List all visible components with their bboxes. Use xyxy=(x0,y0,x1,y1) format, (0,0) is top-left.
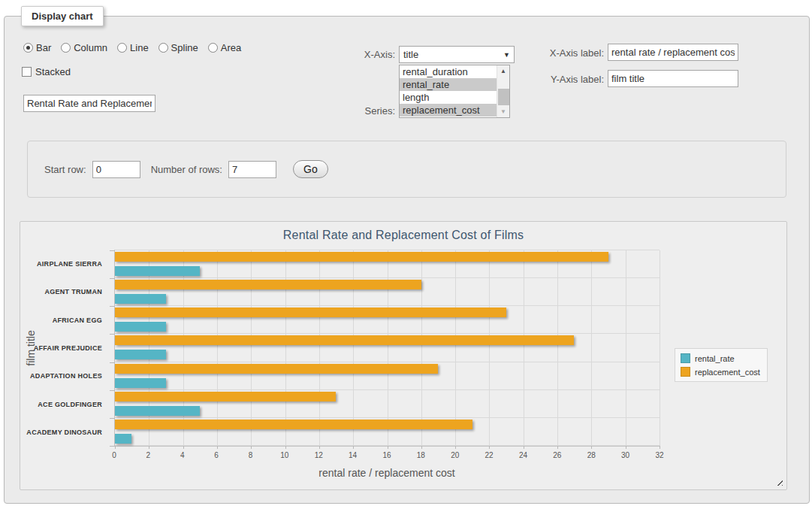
y-tick-mark xyxy=(110,446,115,447)
radio-circle-icon xyxy=(117,43,127,53)
plot-area xyxy=(114,250,660,447)
y-tick-mark xyxy=(110,362,115,363)
stacked-label: Stacked xyxy=(35,66,71,77)
x-tick-label: 2 xyxy=(146,451,151,459)
radio-area[interactable]: Area xyxy=(208,42,241,53)
category-label: ACADEMY DINOSAUR xyxy=(20,419,109,447)
y-axis-label-label: Y-Axis label: xyxy=(478,74,604,85)
scrollbar-thumb[interactable] xyxy=(498,89,509,105)
x-tick-label: 18 xyxy=(417,451,425,459)
x-tick-mark xyxy=(626,446,626,449)
category-row xyxy=(115,362,660,390)
x-tick-label: 26 xyxy=(553,451,561,459)
radio-column[interactable]: Column xyxy=(61,42,107,53)
x-tick-mark xyxy=(149,446,149,449)
y-axis-label-input[interactable] xyxy=(608,70,738,87)
x-tick-label: 6 xyxy=(214,451,219,459)
category-label: ADAPTATION HOLES xyxy=(20,362,109,390)
x-tick-mark xyxy=(421,446,422,449)
x-axis-selected-value: title xyxy=(403,49,418,60)
series-option-length[interactable]: length xyxy=(400,91,497,104)
x-tick-label: 4 xyxy=(180,451,185,459)
x-axis-title: rental rate / replacement cost xyxy=(114,467,660,479)
bar-rental_rate[interactable] xyxy=(115,266,200,276)
bar-rental_rate[interactable] xyxy=(115,406,200,416)
bar-rental_rate[interactable] xyxy=(115,434,131,444)
chart-legend: rental_ratereplacement_cost xyxy=(675,348,768,382)
x-tick-mark xyxy=(455,446,456,449)
x-axis-select-label: X-Axis: xyxy=(282,49,395,60)
y-tick-mark xyxy=(110,306,115,307)
display-chart-panel: Display chart BarColumnLineSplineArea St… xyxy=(4,16,810,504)
series-list-label: Series: xyxy=(282,105,395,117)
x-tick-label: 0 xyxy=(112,451,116,459)
stacked-checkbox[interactable] xyxy=(22,67,32,77)
x-tick-mark xyxy=(319,446,320,449)
bar-rental_rate[interactable] xyxy=(115,350,166,359)
bar-rental_rate[interactable] xyxy=(115,378,166,388)
bar-replacement_cost[interactable] xyxy=(115,364,438,374)
y-tick-mark xyxy=(110,250,115,251)
y-tick-mark xyxy=(110,334,115,335)
y-tick-mark xyxy=(110,418,115,419)
x-tick-label: 30 xyxy=(621,451,629,459)
stacked-option[interactable]: Stacked xyxy=(22,66,71,77)
x-tick-mark xyxy=(388,446,388,449)
x-tick-label: 16 xyxy=(382,451,391,459)
bar-replacement_cost[interactable] xyxy=(115,308,506,317)
radio-circle-icon xyxy=(158,43,168,53)
series-option-replacement_cost[interactable]: replacement_cost xyxy=(400,104,497,117)
category-row xyxy=(115,250,660,278)
legend-item-replacement_cost[interactable]: replacement_cost xyxy=(681,367,760,377)
x-tick-mark xyxy=(591,446,592,449)
bar-replacement_cost[interactable] xyxy=(115,335,574,345)
x-tick-label: 14 xyxy=(349,451,357,459)
go-button[interactable]: Go xyxy=(293,160,328,178)
category-label: AFFAIR PREJUDICE xyxy=(20,334,109,362)
start-row-input[interactable] xyxy=(92,161,140,178)
x-tick-label: 8 xyxy=(249,451,253,459)
x-axis-label-input[interactable] xyxy=(608,44,738,61)
bar-replacement_cost[interactable] xyxy=(115,252,608,262)
radio-bar[interactable]: Bar xyxy=(23,42,51,53)
chart-title: Rental Rate and Replacement Cost of Film… xyxy=(20,229,786,242)
x-tick-label: 32 xyxy=(655,451,663,459)
category-row xyxy=(115,334,660,362)
radio-line[interactable]: Line xyxy=(117,42,149,53)
legend-item-rental_rate[interactable]: rental_rate xyxy=(681,353,760,363)
scroll-down-icon[interactable]: ▼ xyxy=(497,106,509,117)
bar-replacement_cost[interactable] xyxy=(115,280,421,289)
x-tick-mark xyxy=(285,446,286,449)
chart-type-radios: BarColumnLineSplineArea xyxy=(23,42,241,53)
x-tick-mark xyxy=(183,446,184,449)
bar-rental_rate[interactable] xyxy=(115,294,166,304)
radio-circle-icon xyxy=(23,43,33,53)
x-tick-mark xyxy=(251,446,252,449)
num-rows-input[interactable] xyxy=(228,161,276,178)
x-tick-label: 24 xyxy=(519,451,527,459)
bar-rental_rate[interactable] xyxy=(115,322,166,332)
legend-swatch xyxy=(681,353,690,363)
x-tick-mark xyxy=(557,446,558,449)
x-tick-label: 28 xyxy=(587,451,596,459)
radio-label: Column xyxy=(74,42,107,53)
radio-label: Area xyxy=(221,42,241,53)
bar-replacement_cost[interactable] xyxy=(115,392,336,401)
y-tick-mark xyxy=(110,278,115,279)
panel-title: Display chart xyxy=(32,11,93,22)
x-tick-mark xyxy=(660,446,660,449)
legend-swatch xyxy=(681,367,690,377)
category-row xyxy=(115,390,660,418)
category-row xyxy=(115,306,660,334)
resize-handle-icon[interactable] xyxy=(774,477,783,486)
x-tick-label: 22 xyxy=(485,451,494,459)
radio-circle-icon xyxy=(61,43,71,53)
x-tick-mark xyxy=(524,446,524,449)
bar-replacement_cost[interactable] xyxy=(115,420,472,429)
category-label: AIRPLANE SIERRA xyxy=(20,250,109,277)
radio-label: Bar xyxy=(36,42,51,53)
category-row xyxy=(115,278,660,306)
chart-title-input[interactable] xyxy=(23,95,155,112)
radio-spline[interactable]: Spline xyxy=(158,42,198,53)
x-tick-labels: 02468101214161820222426283032 xyxy=(114,451,660,461)
